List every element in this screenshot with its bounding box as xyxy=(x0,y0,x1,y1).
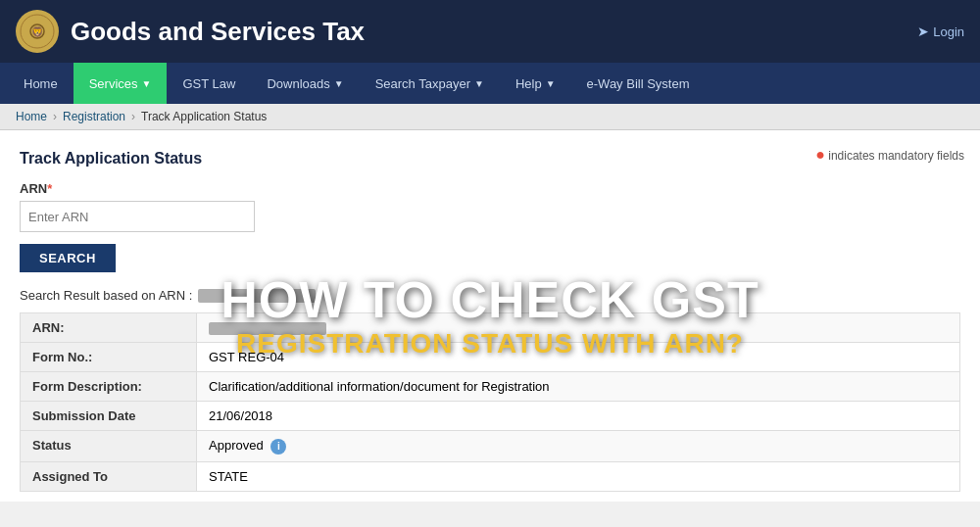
table-row: Form No.: GST REG-04 xyxy=(21,343,960,372)
assigned-to-value: STATE xyxy=(197,461,960,491)
submission-date-label: Submission Date xyxy=(21,402,197,431)
results-label: Search Result based on ARN : xyxy=(20,288,960,303)
main-content: ● indicates mandatory fields Track Appli… xyxy=(0,130,980,502)
arn-row-label: ARN: xyxy=(21,313,197,343)
downloads-dropdown-arrow: ▼ xyxy=(334,78,344,89)
breadcrumb-registration[interactable]: Registration xyxy=(63,110,125,123)
login-link[interactable]: ➤ Login xyxy=(917,24,964,39)
submission-date-value: 21/06/2018 xyxy=(197,402,960,431)
required-marker: * xyxy=(47,181,52,196)
search-button[interactable]: SEARCH xyxy=(20,244,116,272)
nav-search-taxpayer[interactable]: Search Taxpayer ▼ xyxy=(360,63,500,104)
table-row: Submission Date 21/06/2018 xyxy=(21,402,960,431)
nav-help[interactable]: Help ▼ xyxy=(500,63,571,104)
breadcrumb-home[interactable]: Home xyxy=(16,110,47,123)
form-no-label: Form No.: xyxy=(21,343,197,372)
status-label: Status xyxy=(21,431,197,462)
status-info-icon[interactable]: i xyxy=(270,439,286,455)
result-table: ARN: Form No.: GST REG-04 Form Descripti… xyxy=(20,312,960,492)
breadcrumb-current: Track Application Status xyxy=(141,110,267,123)
mandatory-note: ● indicates mandatory fields xyxy=(815,146,964,164)
login-icon: ➤ xyxy=(917,24,929,39)
search-taxpayer-dropdown-arrow: ▼ xyxy=(474,78,484,89)
table-row: Form Description: Clarification/addition… xyxy=(21,372,960,402)
nav-home[interactable]: Home xyxy=(8,63,74,104)
form-desc-label: Form Description: xyxy=(21,372,197,402)
status-value: Approved i xyxy=(197,431,960,462)
site-title: Goods and Services Tax xyxy=(71,17,365,47)
arn-label: ARN* xyxy=(20,181,960,196)
breadcrumb: Home › Registration › Track Application … xyxy=(0,104,980,130)
nav-services[interactable]: Services ▼ xyxy=(74,63,168,104)
arn-row-value xyxy=(197,313,960,343)
header-left: 🦁 Goods and Services Tax xyxy=(16,10,365,53)
table-row: ARN: xyxy=(21,313,960,343)
content-wrapper: ● indicates mandatory fields Track Appli… xyxy=(0,130,980,502)
form-desc-value: Clarification/additional information/doc… xyxy=(197,372,960,402)
form-no-value: GST REG-04 xyxy=(197,343,960,372)
nav-downloads[interactable]: Downloads ▼ xyxy=(251,63,359,104)
table-row: Status Approved i xyxy=(21,431,960,462)
main-navbar: Home Services ▼ GST Law Downloads ▼ Sear… xyxy=(0,63,980,104)
nav-eway-bill[interactable]: e-Way Bill System xyxy=(571,63,706,104)
services-dropdown-arrow: ▼ xyxy=(142,78,152,89)
assigned-to-label: Assigned To xyxy=(21,461,197,491)
breadcrumb-sep-1: › xyxy=(53,110,57,123)
table-row: Assigned To STATE xyxy=(21,461,960,491)
arn-input[interactable] xyxy=(20,201,255,232)
breadcrumb-sep-2: › xyxy=(131,110,135,123)
government-emblem: 🦁 xyxy=(16,10,59,53)
svg-text:🦁: 🦁 xyxy=(31,25,44,38)
help-dropdown-arrow: ▼ xyxy=(546,78,556,89)
site-header: 🦁 Goods and Services Tax ➤ Login xyxy=(0,0,980,63)
mandatory-dot: ● xyxy=(815,146,825,163)
results-arn-blurred xyxy=(198,289,316,303)
nav-gst-law[interactable]: GST Law xyxy=(167,63,251,104)
arn-value-blurred xyxy=(209,322,326,335)
